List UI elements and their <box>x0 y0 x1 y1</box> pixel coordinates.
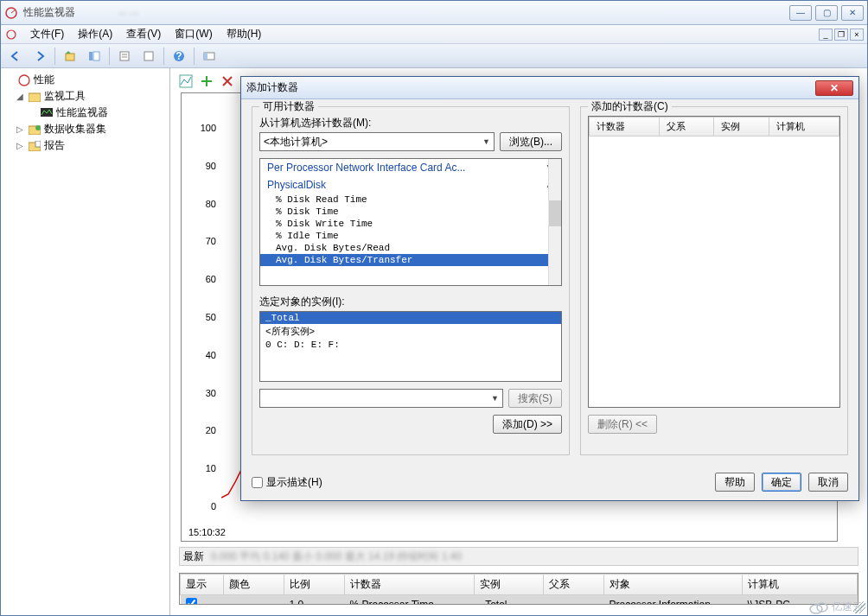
added-col-instance[interactable]: 实例 <box>714 117 769 137</box>
counter-row[interactable]: 1.0 % Processor Time _Total --- Processo… <box>181 595 858 606</box>
menu-action[interactable]: 操作(A) <box>71 25 119 43</box>
added-col-parent[interactable]: 父系 <box>660 117 714 137</box>
added-counters-label: 添加的计数器(C) <box>588 99 672 114</box>
search-button[interactable]: 搜索(S) <box>508 389 562 408</box>
scrollbar-thumb[interactable] <box>548 200 561 226</box>
window-title: 性能监视器 <box>23 5 75 20</box>
tree-perfmon[interactable]: 性能监视器 <box>3 105 168 121</box>
added-col-computer[interactable]: 计算机 <box>769 117 839 137</box>
remove-button[interactable]: 删除(R) << <box>588 415 657 434</box>
y-tick: 60 <box>206 274 216 284</box>
counter-grid: 显示 颜色 比例 计数器 实例 父系 对象 计算机 <box>179 573 858 605</box>
instances-list[interactable]: _Total<所有实例>0 C: D: E: F: <box>259 311 562 382</box>
watermark: 亿速云 <box>809 600 863 614</box>
delete-counter-button[interactable] <box>219 73 236 90</box>
menu-file[interactable]: 文件(F) <box>23 25 71 43</box>
col-computer[interactable]: 计算机 <box>743 575 858 595</box>
add-button[interactable]: 添加(D) >> <box>493 415 562 434</box>
menu-help[interactable]: 帮助(H) <box>220 25 269 43</box>
col-counter[interactable]: 计数器 <box>345 575 475 595</box>
counter-item[interactable]: % Disk Read Time <box>260 194 561 206</box>
reports-icon <box>28 139 41 153</box>
col-color[interactable]: 颜色 <box>224 575 284 595</box>
mdi-minimize[interactable]: _ <box>819 29 833 41</box>
dialog-close-button[interactable]: ✕ <box>815 80 853 96</box>
col-show[interactable]: 显示 <box>181 575 224 595</box>
y-tick: 80 <box>206 199 216 209</box>
monitor-icon <box>40 106 54 120</box>
stats-latest-label: 最新 <box>183 549 204 564</box>
col-instance[interactable]: 实例 <box>475 575 544 595</box>
row-object: Processor Information <box>604 595 743 606</box>
col-parent[interactable]: 父系 <box>544 575 604 595</box>
svg-rect-15 <box>29 93 41 102</box>
properties-button[interactable] <box>115 47 134 66</box>
search-combo[interactable]: ▼ <box>259 389 503 408</box>
svg-line-1 <box>11 10 15 13</box>
counter-item[interactable]: % Idle Time <box>260 230 561 242</box>
refresh-button[interactable] <box>139 47 158 66</box>
computer-combo[interactable]: <本地计算机> ▼ <box>259 132 495 151</box>
tree-root[interactable]: 性能 <box>3 72 168 88</box>
row-parent: --- <box>544 595 604 606</box>
y-tick: 30 <box>206 388 216 398</box>
y-tick: 70 <box>206 236 216 246</box>
counter-item[interactable]: Avg. Disk Bytes/Transfer <box>260 254 561 266</box>
instances-label: 选定对象的实例(I): <box>259 295 562 309</box>
collectors-icon <box>28 123 41 137</box>
row-instance: _Total <box>475 595 544 606</box>
x-start-time: 15:10:32 <box>188 527 226 537</box>
instance-item[interactable]: <所有实例> <box>260 324 561 339</box>
y-tick: 10 <box>206 463 216 473</box>
close-button[interactable]: ✕ <box>841 5 864 21</box>
cancel-button[interactable]: 取消 <box>808 473 848 492</box>
add-counter-button[interactable] <box>198 73 215 90</box>
tree-reports[interactable]: ▷ 报告 <box>3 137 168 154</box>
instance-item[interactable]: _Total <box>260 312 561 324</box>
mdi-restore[interactable]: ❐ <box>834 29 848 41</box>
y-axis: 0102030405060708090100 <box>182 128 220 506</box>
added-counters-list[interactable]: 计数器 父系 实例 计算机 <box>588 116 840 408</box>
counter-item[interactable]: Avg. Disk Bytes/Read <box>260 242 561 254</box>
show-description-checkbox[interactable]: 显示描述(H) <box>252 475 322 490</box>
folder-icon <box>28 90 41 104</box>
counter-item[interactable]: % Disk Time <box>260 206 561 218</box>
extra-button[interactable] <box>200 47 219 66</box>
minimize-button[interactable]: — <box>789 5 812 21</box>
svg-point-14 <box>19 75 29 86</box>
category-physicaldisk[interactable]: PhysicalDisk⯅ <box>260 176 561 194</box>
counter-item[interactable]: % Disk Write Time <box>260 218 561 230</box>
tree-tools-label: 监视工具 <box>44 89 86 104</box>
ok-button[interactable]: 确定 <box>762 473 801 492</box>
y-tick: 20 <box>206 425 216 435</box>
row-show-checkbox[interactable] <box>186 598 197 605</box>
help-button[interactable]: ? <box>169 47 188 66</box>
mdi-close[interactable]: × <box>850 29 864 41</box>
browse-button[interactable]: 浏览(B)... <box>500 132 562 151</box>
col-object[interactable]: 对象 <box>604 575 743 595</box>
show-description-input[interactable] <box>252 477 263 488</box>
menu-view[interactable]: 查看(V) <box>119 25 168 43</box>
added-col-counter[interactable]: 计数器 <box>590 117 660 137</box>
back-button[interactable] <box>6 47 25 66</box>
tree-tools[interactable]: ◢ 监视工具 <box>3 88 168 105</box>
col-scale[interactable]: 比例 <box>284 575 345 595</box>
svg-point-2 <box>7 30 16 39</box>
help-button[interactable]: 帮助 <box>715 473 755 492</box>
svg-rect-13 <box>204 53 207 60</box>
up-button[interactable] <box>61 47 80 66</box>
dialog-title-bar[interactable]: 添加计数器 ✕ <box>241 77 858 99</box>
app-icon <box>4 6 18 20</box>
forward-button[interactable] <box>30 47 49 66</box>
maximize-button[interactable]: ▢ <box>815 5 838 21</box>
menu-window[interactable]: 窗口(W) <box>168 25 219 43</box>
show-hide-tree-button[interactable] <box>85 47 104 66</box>
counter-categories-list[interactable]: Per Processor Network Interface Card Ac.… <box>259 158 562 286</box>
instance-item[interactable]: 0 C: D: E: F: <box>260 339 561 351</box>
tree-collectors[interactable]: ▷ 数据收集器集 <box>3 121 168 137</box>
view-type-button[interactable] <box>177 73 195 90</box>
y-tick: 50 <box>206 312 216 322</box>
from-computer-label: 从计算机选择计数器(M): <box>259 116 562 130</box>
category-nic[interactable]: Per Processor Network Interface Card Ac.… <box>260 159 561 176</box>
y-tick: 0 <box>211 501 216 511</box>
